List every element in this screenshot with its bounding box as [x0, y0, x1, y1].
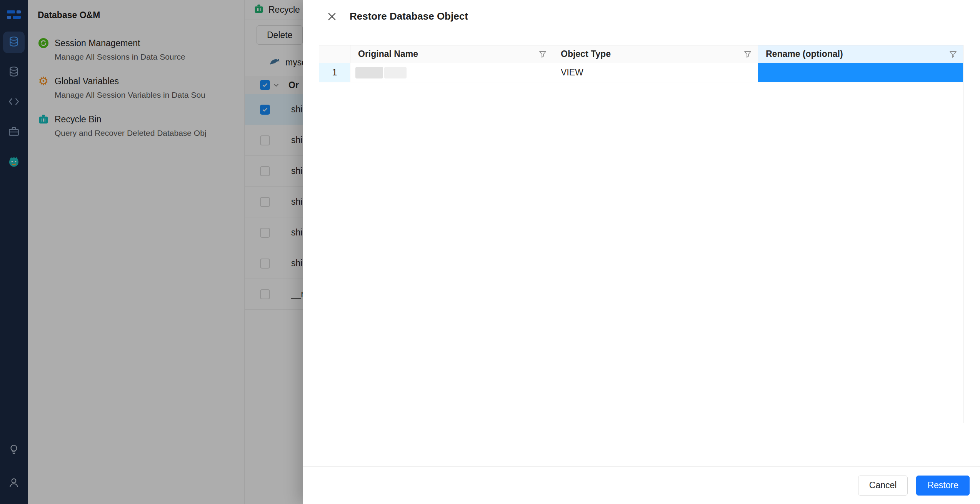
- modal-footer: Cancel Restore: [303, 466, 980, 504]
- modal-header: Restore Database Object: [303, 0, 980, 33]
- rename-cell-selected[interactable]: [758, 63, 963, 82]
- row-number-header: [319, 45, 350, 63]
- row-number-cell: 1: [319, 63, 350, 82]
- column-header-original-name[interactable]: Original Name: [350, 45, 553, 63]
- column-label: Object Type: [561, 49, 611, 59]
- column-label: Rename (optional): [766, 49, 843, 59]
- table-header-row: Original Name Object Type Rename (option…: [319, 45, 963, 63]
- table-row: 1 VIEW: [319, 63, 963, 82]
- object-type-cell[interactable]: VIEW: [553, 63, 758, 82]
- filter-icon[interactable]: [539, 50, 547, 58]
- filter-icon[interactable]: [744, 50, 752, 58]
- modal-title: Restore Database Object: [350, 10, 468, 22]
- redacted-name-blob: [384, 67, 407, 78]
- cancel-button[interactable]: Cancel: [858, 476, 908, 496]
- column-label: Original Name: [358, 49, 418, 59]
- filter-icon[interactable]: [949, 50, 957, 58]
- original-name-cell[interactable]: [350, 63, 553, 82]
- column-header-object-type[interactable]: Object Type: [553, 45, 758, 63]
- redacted-name-blob: [355, 67, 383, 78]
- restore-objects-table: Original Name Object Type Rename (option…: [319, 45, 963, 423]
- close-icon[interactable]: [324, 9, 340, 24]
- restore-button[interactable]: Restore: [916, 476, 970, 496]
- restore-database-object-modal: Restore Database Object Original Name Ob…: [303, 0, 980, 504]
- column-header-rename-optional[interactable]: Rename (optional): [758, 45, 963, 63]
